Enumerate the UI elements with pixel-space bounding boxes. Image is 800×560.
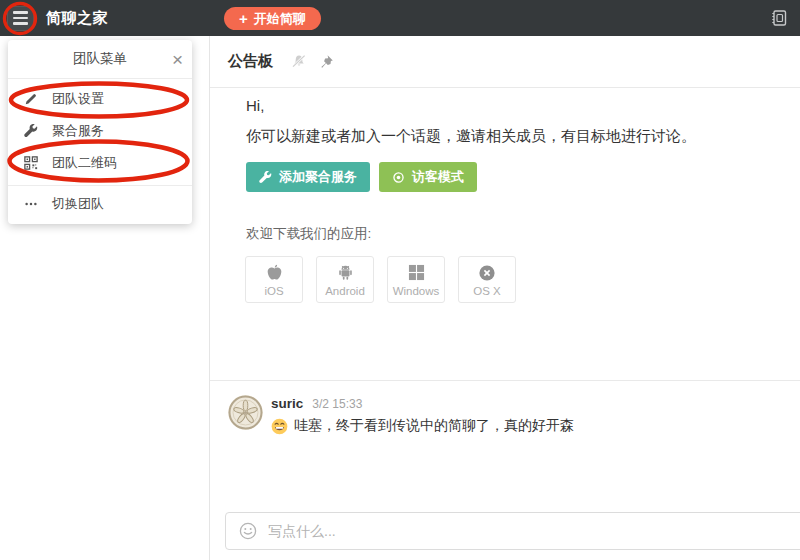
menu-item-label: 团队设置 xyxy=(52,90,104,108)
menu-item-team-settings[interactable]: 团队设置 xyxy=(8,83,192,115)
app-card-android[interactable]: Android xyxy=(316,256,374,303)
visitor-mode-button[interactable]: 访客模式 xyxy=(379,162,477,192)
app-download-cards: iOS Android xyxy=(245,256,516,303)
message-text: 哇塞，终于看到传说中的简聊了，真的好开森 xyxy=(294,417,574,435)
pushpin-icon[interactable] xyxy=(319,54,334,69)
content-divider xyxy=(210,380,800,381)
board-action-buttons: 添加聚合服务 访客模式 xyxy=(246,162,477,192)
message-timestamp: 3/2 15:33 xyxy=(312,397,362,411)
windows-icon xyxy=(408,262,425,283)
menu-item-services[interactable]: 聚合服务 xyxy=(8,115,192,147)
close-icon: × xyxy=(172,49,183,70)
close-button[interactable]: × xyxy=(172,50,183,69)
start-chat-label: 开始简聊 xyxy=(254,10,306,28)
app-card-label: Windows xyxy=(393,285,440,297)
address-book-button[interactable] xyxy=(770,9,788,27)
team-title: 简聊之家 xyxy=(46,9,108,28)
add-service-label: 添加聚合服务 xyxy=(279,168,357,186)
message-body: suric 3/2 15:33 哇塞，终于看到传说中的简聊了，真的好开森 xyxy=(271,395,574,435)
eye-icon xyxy=(392,171,405,184)
apple-icon xyxy=(265,262,284,283)
wrench-icon xyxy=(23,124,39,138)
hamburger-icon xyxy=(13,11,28,13)
message-author: suric xyxy=(271,396,303,411)
team-menu-panel: 团队菜单 × 团队设置 聚合服务 xyxy=(8,40,192,224)
menu-item-label: 聚合服务 xyxy=(52,122,104,140)
downloads-heading: 欢迎下载我们的应用: xyxy=(246,225,371,243)
avatar[interactable] xyxy=(228,395,263,430)
app-card-label: Android xyxy=(325,285,365,297)
app-card-osx[interactable]: OS X xyxy=(458,256,516,303)
chat-message: suric 3/2 15:33 哇塞，终于看到传说中的简聊了，真的好开森 xyxy=(228,395,574,435)
visitor-mode-label: 访客模式 xyxy=(412,168,464,186)
android-icon xyxy=(336,262,355,283)
board-greeting: Hi, xyxy=(246,97,264,114)
menu-item-label: 切换团队 xyxy=(52,195,104,213)
emoji-picker-button[interactable] xyxy=(239,522,257,540)
hamburger-menu-button[interactable] xyxy=(7,6,34,31)
main-content: 公告板 Hi, 你可以新建或者加入一个话题，邀请相关成员，有目标地进行讨论。 xyxy=(210,36,800,560)
menu-item-team-qrcode[interactable]: 团队二维码 xyxy=(8,147,192,179)
grinning-face-emoji xyxy=(271,418,288,435)
start-chat-button[interactable]: + 开始简聊 xyxy=(224,7,321,30)
ellipsis-icon xyxy=(23,197,39,211)
bell-muted-icon[interactable] xyxy=(291,54,307,69)
address-book-icon xyxy=(770,9,788,27)
app-card-label: iOS xyxy=(264,285,283,297)
qrcode-icon xyxy=(23,156,39,170)
app-card-ios[interactable]: iOS xyxy=(245,256,303,303)
pencil-icon xyxy=(23,92,39,106)
add-service-button[interactable]: 添加聚合服务 xyxy=(246,162,370,192)
wrench-icon xyxy=(259,171,272,184)
board-title: 公告板 xyxy=(228,52,273,71)
team-menu-items: 团队设置 聚合服务 xyxy=(8,79,192,222)
message-input[interactable] xyxy=(268,523,800,539)
board-header: 公告板 xyxy=(210,36,800,88)
menu-item-label: 团队二维码 xyxy=(52,154,117,172)
app-header: 简聊之家 + 开始简聊 xyxy=(0,0,800,36)
team-menu-title: 团队菜单 xyxy=(73,50,127,68)
app-card-label: OS X xyxy=(473,285,500,297)
board-description: 你可以新建或者加入一个话题，邀请相关成员，有目标地进行讨论。 xyxy=(246,127,696,146)
smiley-icon xyxy=(239,522,257,540)
message-composer[interactable] xyxy=(225,512,800,550)
team-menu-header: 团队菜单 × xyxy=(8,40,192,79)
app-card-windows[interactable]: Windows xyxy=(387,256,445,303)
menu-item-switch-team[interactable]: 切换团队 xyxy=(8,186,192,222)
osx-icon xyxy=(478,262,496,283)
plus-icon: + xyxy=(239,11,248,26)
